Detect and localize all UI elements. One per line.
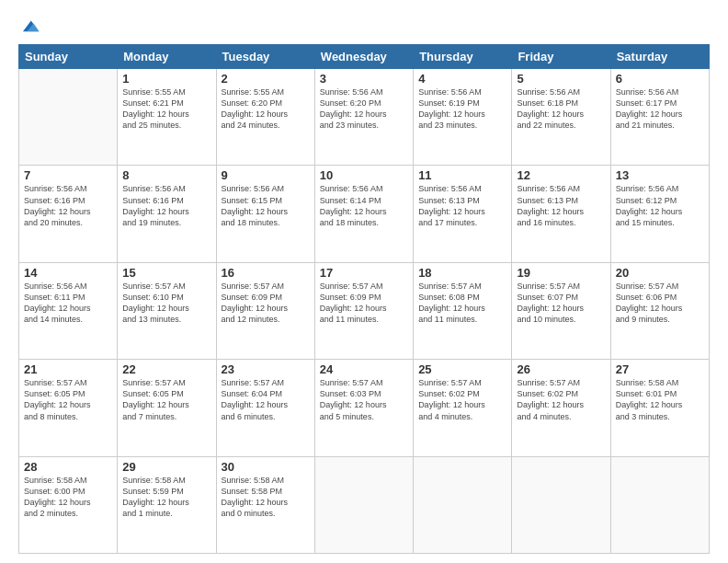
day-info: Sunrise: 5:56 AM Sunset: 6:16 PM Dayligh… [122,183,210,228]
calendar-cell: 30Sunrise: 5:58 AM Sunset: 5:58 PM Dayli… [216,456,314,553]
day-number: 18 [418,266,506,280]
header-sunday: Sunday [19,45,118,69]
calendar-cell: 24Sunrise: 5:57 AM Sunset: 6:03 PM Dayli… [314,360,413,456]
day-info: Sunrise: 5:56 AM Sunset: 6:12 PM Dayligh… [616,183,704,228]
calendar-cell: 22Sunrise: 5:57 AM Sunset: 6:05 PM Dayli… [118,360,216,456]
day-number: 8 [122,168,210,182]
logo-text [18,17,40,37]
calendar-week-4: 21Sunrise: 5:57 AM Sunset: 6:05 PM Dayli… [19,360,710,456]
calendar-cell: 6Sunrise: 5:56 AM Sunset: 6:17 PM Daylig… [610,69,709,166]
day-number: 26 [517,362,605,376]
day-info: Sunrise: 5:57 AM Sunset: 6:07 PM Dayligh… [517,281,605,326]
day-number: 12 [517,168,605,182]
day-info: Sunrise: 5:57 AM Sunset: 6:06 PM Dayligh… [616,281,704,326]
calendar-cell: 1Sunrise: 5:55 AM Sunset: 6:21 PM Daylig… [118,69,216,166]
day-info: Sunrise: 5:57 AM Sunset: 6:04 PM Dayligh… [222,377,310,422]
day-info: Sunrise: 5:57 AM Sunset: 6:02 PM Dayligh… [418,377,506,422]
day-info: Sunrise: 5:55 AM Sunset: 6:20 PM Dayligh… [222,86,310,132]
calendar-cell [19,69,118,166]
logo [18,17,40,37]
calendar-week-5: 28Sunrise: 5:58 AM Sunset: 6:00 PM Dayli… [19,456,710,553]
calendar-cell [512,456,610,553]
day-info: Sunrise: 5:57 AM Sunset: 6:03 PM Dayligh… [320,377,408,422]
day-info: Sunrise: 5:57 AM Sunset: 6:05 PM Dayligh… [122,377,210,422]
day-number: 9 [222,168,310,182]
calendar-cell: 13Sunrise: 5:56 AM Sunset: 6:12 PM Dayli… [610,166,709,262]
header-saturday: Saturday [610,45,709,69]
calendar-cell: 20Sunrise: 5:57 AM Sunset: 6:06 PM Dayli… [610,262,709,359]
day-number: 30 [222,460,310,474]
calendar-cell [314,456,413,553]
day-number: 28 [24,460,112,474]
calendar-cell: 11Sunrise: 5:56 AM Sunset: 6:13 PM Dayli… [414,166,512,262]
calendar-cell: 17Sunrise: 5:57 AM Sunset: 6:09 PM Dayli… [314,262,413,359]
day-info: Sunrise: 5:58 AM Sunset: 6:01 PM Dayligh… [616,377,704,422]
day-info: Sunrise: 5:57 AM Sunset: 6:05 PM Dayligh… [24,377,112,422]
calendar-cell: 26Sunrise: 5:57 AM Sunset: 6:02 PM Dayli… [512,360,610,456]
calendar-cell: 15Sunrise: 5:57 AM Sunset: 6:10 PM Dayli… [118,262,216,359]
calendar-cell: 16Sunrise: 5:57 AM Sunset: 6:09 PM Dayli… [216,262,314,359]
calendar-table: SundayMondayTuesdayWednesdayThursdayFrid… [18,44,710,554]
calendar-cell: 9Sunrise: 5:56 AM Sunset: 6:15 PM Daylig… [216,166,314,262]
day-info: Sunrise: 5:58 AM Sunset: 5:58 PM Dayligh… [222,475,310,520]
calendar-cell: 29Sunrise: 5:58 AM Sunset: 5:59 PM Dayli… [118,456,216,553]
calendar-cell: 19Sunrise: 5:57 AM Sunset: 6:07 PM Dayli… [512,262,610,359]
day-number: 21 [24,362,112,376]
day-info: Sunrise: 5:57 AM Sunset: 6:09 PM Dayligh… [320,281,408,326]
day-info: Sunrise: 5:56 AM Sunset: 6:19 PM Dayligh… [418,86,506,132]
day-number: 4 [418,72,506,86]
calendar-cell: 14Sunrise: 5:56 AM Sunset: 6:11 PM Dayli… [19,262,118,359]
day-info: Sunrise: 5:57 AM Sunset: 6:02 PM Dayligh… [517,377,605,422]
calendar-cell: 7Sunrise: 5:56 AM Sunset: 6:16 PM Daylig… [19,166,118,262]
day-number: 16 [222,266,310,280]
day-number: 7 [24,168,112,182]
day-number: 5 [517,72,605,86]
day-number: 17 [320,266,408,280]
logo-icon [20,17,40,37]
header [18,17,710,37]
calendar-cell: 2Sunrise: 5:55 AM Sunset: 6:20 PM Daylig… [216,69,314,166]
day-number: 22 [122,362,210,376]
calendar-cell: 4Sunrise: 5:56 AM Sunset: 6:19 PM Daylig… [414,69,512,166]
day-number: 25 [418,362,506,376]
day-info: Sunrise: 5:56 AM Sunset: 6:17 PM Dayligh… [616,86,704,132]
day-info: Sunrise: 5:56 AM Sunset: 6:18 PM Dayligh… [517,86,605,132]
page: SundayMondayTuesdayWednesdayThursdayFrid… [0,0,728,563]
day-number: 10 [320,168,408,182]
day-info: Sunrise: 5:58 AM Sunset: 5:59 PM Dayligh… [122,475,210,520]
calendar-cell: 5Sunrise: 5:56 AM Sunset: 6:18 PM Daylig… [512,69,610,166]
calendar-cell: 27Sunrise: 5:58 AM Sunset: 6:01 PM Dayli… [610,360,709,456]
calendar-cell: 8Sunrise: 5:56 AM Sunset: 6:16 PM Daylig… [118,166,216,262]
day-info: Sunrise: 5:56 AM Sunset: 6:14 PM Dayligh… [320,183,408,228]
day-info: Sunrise: 5:58 AM Sunset: 6:00 PM Dayligh… [24,475,112,520]
day-number: 13 [616,168,704,182]
calendar-cell: 18Sunrise: 5:57 AM Sunset: 6:08 PM Dayli… [414,262,512,359]
header-tuesday: Tuesday [216,45,314,69]
day-number: 1 [122,72,210,86]
day-number: 14 [24,266,112,280]
calendar-cell: 12Sunrise: 5:56 AM Sunset: 6:13 PM Dayli… [512,166,610,262]
header-monday: Monday [118,45,216,69]
calendar-cell [414,456,512,553]
day-info: Sunrise: 5:56 AM Sunset: 6:13 PM Dayligh… [517,183,605,228]
day-number: 29 [122,460,210,474]
calendar-cell: 3Sunrise: 5:56 AM Sunset: 6:20 PM Daylig… [314,69,413,166]
day-number: 15 [122,266,210,280]
calendar-week-1: 1Sunrise: 5:55 AM Sunset: 6:21 PM Daylig… [19,69,710,166]
calendar-week-2: 7Sunrise: 5:56 AM Sunset: 6:16 PM Daylig… [19,166,710,262]
day-number: 11 [418,168,506,182]
day-info: Sunrise: 5:55 AM Sunset: 6:21 PM Dayligh… [122,86,210,132]
header-wednesday: Wednesday [314,45,413,69]
day-info: Sunrise: 5:57 AM Sunset: 6:09 PM Dayligh… [222,281,310,326]
day-info: Sunrise: 5:57 AM Sunset: 6:10 PM Dayligh… [122,281,210,326]
day-info: Sunrise: 5:56 AM Sunset: 6:13 PM Dayligh… [418,183,506,228]
day-info: Sunrise: 5:56 AM Sunset: 6:16 PM Dayligh… [24,183,112,228]
calendar-header-row: SundayMondayTuesdayWednesdayThursdayFrid… [19,45,710,69]
day-number: 20 [616,266,704,280]
day-info: Sunrise: 5:56 AM Sunset: 6:11 PM Dayligh… [24,281,112,326]
day-number: 6 [616,72,704,86]
calendar-cell: 10Sunrise: 5:56 AM Sunset: 6:14 PM Dayli… [314,166,413,262]
day-info: Sunrise: 5:56 AM Sunset: 6:20 PM Dayligh… [320,86,408,132]
calendar-cell [610,456,709,553]
day-info: Sunrise: 5:56 AM Sunset: 6:15 PM Dayligh… [222,183,310,228]
